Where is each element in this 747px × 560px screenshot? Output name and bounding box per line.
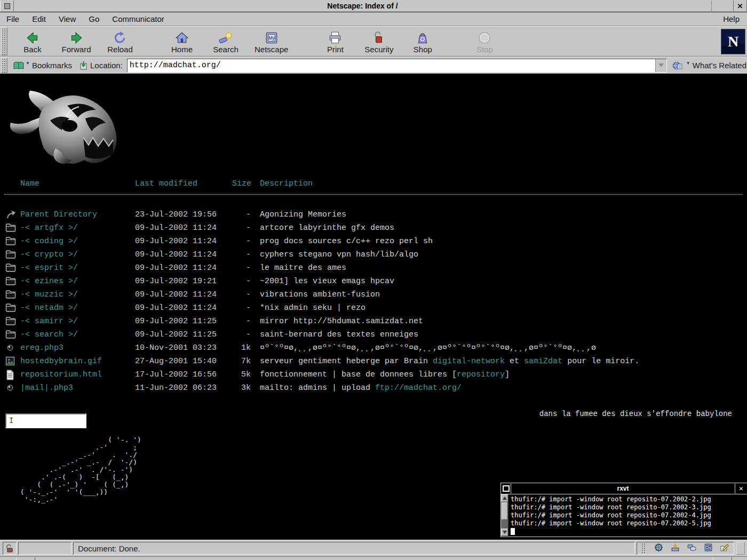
netscape-logo[interactable]: N xyxy=(721,29,745,54)
listing-size: - xyxy=(227,208,251,221)
ball-icon xyxy=(5,343,15,355)
discussions-icon[interactable] xyxy=(687,543,696,554)
listing-name-link[interactable]: ereg.php3 xyxy=(20,341,63,355)
window-menu-button[interactable] xyxy=(0,1,14,11)
rxvt-titlebar[interactable]: rxvt ✕ xyxy=(501,483,747,494)
bookmarks-caret-icon: ▼ xyxy=(26,61,30,66)
menu-go[interactable]: Go xyxy=(82,13,106,25)
navigator-wheel-icon[interactable] xyxy=(654,543,663,554)
status-message: Document: Done. xyxy=(73,542,635,555)
description-link[interactable]: ftp://madchat.org/ xyxy=(375,383,462,393)
listing-modified: 17-Jul-2002 16:56 xyxy=(135,368,217,381)
whats-related-caret-icon: ▼ xyxy=(686,61,690,66)
page-text-input[interactable]: I xyxy=(5,413,86,428)
rxvt-scroll-down-button[interactable] xyxy=(501,529,508,536)
window-titlebar[interactable]: Netscape: Index of / ✕ xyxy=(0,0,747,12)
description-link[interactable]: digital-network xyxy=(433,357,505,366)
listing-description: *nix admin seku | rezo xyxy=(260,301,365,315)
shop-label: Shop xyxy=(414,45,432,54)
rxvt-terminal-window[interactable]: rxvt ✕ thufir:/# import -window root rep… xyxy=(500,483,747,537)
listing-row: -< coding >/09-Jul-2002 11:24-prog docs … xyxy=(0,235,747,248)
listing-row: -< artgfx >/09-Jul-2002 11:24-artcore la… xyxy=(0,221,747,235)
rxvt-menu-button[interactable] xyxy=(501,484,511,493)
listing-name-link[interactable]: -< esprit >/ xyxy=(20,261,78,275)
listing-size: - xyxy=(227,301,251,315)
mailbox-icon[interactable] xyxy=(671,543,680,554)
folder-icon xyxy=(5,236,16,249)
window-close-button[interactable]: ✕ xyxy=(733,1,747,11)
menu-file[interactable]: File xyxy=(0,13,26,25)
listing-name-link[interactable]: -< netadm >/ xyxy=(20,301,78,315)
statusbar-grip[interactable] xyxy=(736,542,745,555)
menu-edit[interactable]: Edit xyxy=(26,13,52,25)
search-label: Search xyxy=(213,45,239,54)
print-button[interactable]: Print xyxy=(316,27,354,55)
rxvt-scrollbar[interactable] xyxy=(501,494,508,536)
listing-modified: 11-Jun-2002 06:23 xyxy=(135,381,217,395)
listing-description: artcore labyrinthe gfx demos xyxy=(260,221,394,235)
window-titlebar-spacer xyxy=(711,1,733,11)
rxvt-scroll-up-button[interactable] xyxy=(501,494,508,502)
svg-text:My: My xyxy=(268,35,275,41)
resize-handle-right[interactable] xyxy=(713,557,732,560)
security-status-box[interactable] xyxy=(3,542,17,555)
reload-icon xyxy=(113,30,127,45)
menu-communicator[interactable]: Communicator xyxy=(106,13,171,25)
listing-name-link[interactable]: -< ezines >/ xyxy=(20,275,78,288)
listing-description: ~2001] les vieux emags hpcav xyxy=(260,275,394,288)
resize-handle-left[interactable] xyxy=(16,557,35,560)
listing-description: ¤º`°º¤ø,¸¸,ø¤º°`°º¤ø,¸¸,ø¤º°`°º¤ø,¸¸,ø¤º… xyxy=(260,341,596,355)
composer-icon[interactable] xyxy=(720,543,729,554)
rxvt-terminal-text[interactable]: thufir:/# import -window root reposito-0… xyxy=(508,494,747,536)
url-dropdown-button[interactable] xyxy=(655,59,666,72)
description-link[interactable]: repository xyxy=(457,370,505,379)
menu-help[interactable]: Help xyxy=(716,13,747,25)
rxvt-scroll-thumb[interactable] xyxy=(502,502,507,519)
image-icon xyxy=(5,356,15,369)
window-menu-icon xyxy=(4,3,10,9)
forward-icon xyxy=(69,30,83,45)
shop-button[interactable]: Shop xyxy=(404,27,441,55)
ascii-art-cat: ( '-. ') .-' ; _.-' . './ _.-' _.- / '-/… xyxy=(16,436,141,503)
listing-name-link[interactable]: -< crypto >/ xyxy=(20,248,78,261)
forward-button[interactable]: Forward xyxy=(58,27,95,55)
dropdown-arrow-icon xyxy=(658,63,664,67)
whats-related-button[interactable]: ▼ What's Related xyxy=(672,61,746,70)
listing-name-link[interactable]: repositorium.html xyxy=(20,368,102,381)
netscape-label: Netscape xyxy=(255,45,288,54)
listing-name-link[interactable]: Parent Directory xyxy=(20,208,97,221)
stop-label: Stop xyxy=(476,45,493,54)
listing-name-link[interactable]: -< muzzic >/ xyxy=(20,288,78,301)
address-book-icon[interactable] xyxy=(704,543,713,554)
whats-related-globe-icon xyxy=(672,61,683,70)
back-button[interactable]: Back xyxy=(14,27,51,55)
locationbar-grip[interactable] xyxy=(1,58,7,73)
listing-row: |mail|.php311-Jun-2002 06:233kmailto: ad… xyxy=(0,381,747,395)
listing-name-link[interactable]: -< artgfx >/ xyxy=(20,221,78,235)
listing-name-link[interactable]: -< search >/ xyxy=(20,328,78,341)
print-icon xyxy=(328,30,342,45)
listing-size: - xyxy=(227,248,251,261)
listing-rule xyxy=(4,194,743,195)
component-bar-grip[interactable] xyxy=(641,543,646,554)
folder-icon xyxy=(5,303,16,315)
description-link[interactable]: samiZdat xyxy=(524,357,562,366)
progress-bar xyxy=(18,542,71,555)
reload-button[interactable]: Reload xyxy=(101,27,139,55)
listing-name-link[interactable]: -< coding >/ xyxy=(20,235,78,248)
listing-name-link[interactable]: hostedbybrain.gif xyxy=(20,355,102,368)
security-button[interactable]: Security xyxy=(360,27,398,55)
menu-view[interactable]: View xyxy=(52,13,82,25)
bookmarks-button[interactable]: ▼ Bookmarks xyxy=(13,61,72,70)
toolbar-grip[interactable] xyxy=(1,27,7,55)
listing-name-link[interactable]: -< samirr >/ xyxy=(20,315,78,328)
netscape-button[interactable]: MyNetscape xyxy=(251,27,292,55)
listing-name-link[interactable]: |mail|.php3 xyxy=(20,381,73,395)
url-input[interactable] xyxy=(128,59,655,72)
home-button[interactable]: Home xyxy=(163,27,201,55)
search-button[interactable]: Search xyxy=(207,27,244,55)
terminal-cursor xyxy=(511,528,515,535)
netscape-icon: My xyxy=(265,30,279,45)
rxvt-close-button[interactable]: ✕ xyxy=(735,484,747,493)
stop-button[interactable]: Stop xyxy=(466,27,503,55)
